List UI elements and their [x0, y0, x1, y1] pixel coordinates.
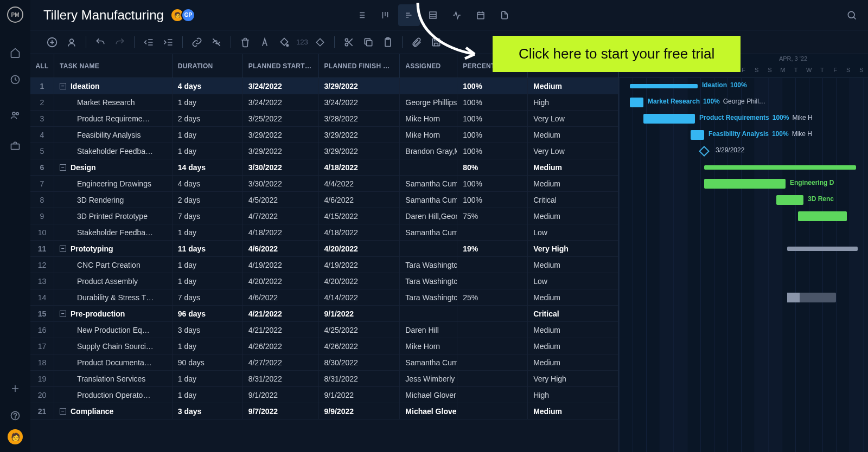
- collapse-toggle[interactable]: −: [60, 164, 66, 171]
- cell-pct[interactable]: 100%: [457, 78, 528, 94]
- cell-pct[interactable]: [457, 273, 528, 289]
- home-icon[interactable]: [9, 47, 21, 59]
- cell-dur[interactable]: 3 days: [173, 322, 243, 338]
- col-all[interactable]: ALL: [30, 54, 54, 78]
- cell-pct[interactable]: 80%: [457, 159, 528, 175]
- cell-start[interactable]: 4/21/2022: [243, 322, 319, 338]
- gantt-bar[interactable]: [643, 114, 695, 124]
- cell-dur[interactable]: 1 day: [173, 257, 243, 273]
- task-name-cell[interactable]: Product Documenta…: [54, 354, 173, 370]
- cell-finish[interactable]: 9/1/2022: [319, 387, 400, 403]
- task-name-cell[interactable]: Supply Chain Sourci…: [54, 338, 173, 354]
- task-row[interactable]: 19Translation Services1 day8/31/20228/31…: [30, 371, 618, 387]
- cell-dur[interactable]: 2 days: [173, 111, 243, 126]
- cell-pri[interactable]: Very Low: [528, 111, 618, 126]
- view-board-icon[interactable]: [374, 4, 396, 26]
- collapse-toggle[interactable]: −: [60, 83, 66, 89]
- cell-pct[interactable]: [457, 322, 528, 338]
- cell-start[interactable]: 4/27/2022: [243, 354, 319, 370]
- cell-pct[interactable]: 100%: [457, 192, 528, 208]
- col-name[interactable]: TASK NAME: [54, 54, 173, 78]
- col-assigned[interactable]: ASSIGNED: [400, 54, 457, 78]
- collapse-toggle[interactable]: −: [60, 311, 66, 317]
- cell-dur[interactable]: 96 days: [173, 306, 243, 321]
- cell-pri[interactable]: Critical: [528, 192, 618, 208]
- cell-pri[interactable]: Very High: [528, 371, 618, 386]
- task-row[interactable]: 13Product Assembly1 day4/20/20224/20/202…: [30, 273, 618, 289]
- search-icon[interactable]: [846, 10, 857, 21]
- help-icon[interactable]: [9, 410, 21, 422]
- collapse-toggle[interactable]: −: [60, 408, 66, 415]
- cell-pri[interactable]: Medium: [528, 127, 618, 143]
- cell-finish[interactable]: 4/26/2022: [319, 338, 400, 354]
- cell-finish[interactable]: 8/30/2022: [319, 354, 400, 370]
- cell-pri[interactable]: Medium: [528, 354, 618, 370]
- task-row[interactable]: 10Stakeholder Feedba…1 day4/18/20224/18/…: [30, 224, 618, 241]
- cell-finish[interactable]: 4/20/2022: [319, 241, 400, 256]
- cell-pri[interactable]: Low: [528, 273, 618, 289]
- milestone-diamond[interactable]: [699, 146, 710, 157]
- cell-dur[interactable]: 1 day: [173, 94, 243, 110]
- cell-finish[interactable]: 4/6/2022: [319, 192, 400, 208]
- cell-pct[interactable]: [457, 224, 528, 240]
- cell-dur[interactable]: 1 day: [173, 224, 243, 240]
- cell-pri[interactable]: Very Low: [528, 143, 618, 159]
- cell-pri[interactable]: Medium: [528, 338, 618, 354]
- avatar-2[interactable]: GP: [181, 8, 195, 22]
- task-row[interactable]: 2Market Research1 day3/24/20223/24/2022G…: [30, 94, 618, 111]
- collapse-toggle[interactable]: −: [60, 246, 66, 252]
- task-row[interactable]: 21−Compliance3 days9/7/20229/9/2022Micha…: [30, 403, 618, 419]
- gantt-bar[interactable]: [630, 98, 643, 107]
- fill-icon[interactable]: [276, 34, 293, 51]
- cell-pri[interactable]: Medium: [528, 257, 618, 273]
- cell-start[interactable]: 9/7/2022: [243, 403, 319, 419]
- cell-pct[interactable]: [457, 403, 528, 419]
- cell-assign[interactable]: Tara Washingtc: [400, 289, 457, 305]
- gantt-bar[interactable]: [630, 84, 698, 88]
- gantt-bar[interactable]: [798, 211, 847, 221]
- task-name-cell[interactable]: −Compliance: [54, 403, 173, 419]
- cell-assign[interactable]: Daren Hill: [400, 322, 457, 338]
- member-avatars[interactable]: 🧑 GP: [174, 8, 195, 22]
- task-row[interactable]: 93D Printed Prototype7 days4/7/20224/15/…: [30, 208, 618, 224]
- cell-pct[interactable]: 25%: [457, 289, 528, 305]
- cell-pct[interactable]: [457, 338, 528, 354]
- task-name-cell[interactable]: CNC Part Creation: [54, 257, 173, 273]
- clock-icon[interactable]: [9, 74, 21, 86]
- col-start[interactable]: PLANNED START…: [243, 54, 319, 78]
- cell-dur[interactable]: 4 days: [173, 176, 243, 191]
- cell-start[interactable]: 3/29/2022: [243, 127, 319, 143]
- cell-start[interactable]: 3/30/2022: [243, 159, 319, 175]
- cell-assign[interactable]: Michael Glover: [400, 403, 457, 419]
- task-name-cell[interactable]: Product Assembly: [54, 273, 173, 289]
- indent-icon[interactable]: [159, 34, 177, 51]
- cell-finish[interactable]: 4/14/2022: [319, 289, 400, 305]
- task-row[interactable]: 83D Rendering2 days4/5/20224/6/2022Saman…: [30, 192, 618, 208]
- task-name-cell[interactable]: −Design: [54, 159, 173, 175]
- cell-finish[interactable]: 3/24/2022: [319, 94, 400, 110]
- cell-pct[interactable]: [457, 371, 528, 386]
- cell-pct[interactable]: [457, 306, 528, 321]
- view-calendar-icon[interactable]: [470, 4, 492, 26]
- cell-dur[interactable]: 7 days: [173, 289, 243, 305]
- task-row[interactable]: 14Durability & Stress T…7 days4/6/20224/…: [30, 289, 618, 306]
- cell-dur[interactable]: 2 days: [173, 192, 243, 208]
- cell-finish[interactable]: 8/31/2022: [319, 371, 400, 386]
- task-row[interactable]: 4Feasibility Analysis1 day3/29/20223/29/…: [30, 127, 618, 143]
- cell-pri[interactable]: Critical: [528, 306, 618, 321]
- cell-dur[interactable]: 1 day: [173, 338, 243, 354]
- cell-assign[interactable]: Mike Horn: [400, 127, 457, 143]
- cell-pct[interactable]: 19%: [457, 241, 528, 256]
- user-avatar[interactable]: 🧑: [8, 429, 23, 444]
- cell-assign[interactable]: Tara Washingtc: [400, 273, 457, 289]
- task-name-cell[interactable]: −Ideation: [54, 78, 173, 94]
- logo[interactable]: PM: [7, 7, 23, 23]
- cell-pct[interactable]: 75%: [457, 208, 528, 224]
- task-name-cell[interactable]: Translation Services: [54, 371, 173, 386]
- task-name-cell[interactable]: −Pre-production: [54, 306, 173, 321]
- cell-start[interactable]: 3/24/2022: [243, 78, 319, 94]
- cell-finish[interactable]: 3/28/2022: [319, 111, 400, 126]
- cell-start[interactable]: 4/18/2022: [243, 224, 319, 240]
- cell-pct[interactable]: [457, 257, 528, 273]
- gantt-bar[interactable]: [704, 165, 856, 170]
